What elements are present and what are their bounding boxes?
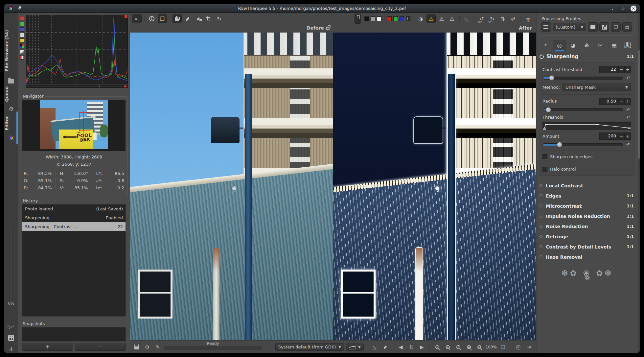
before-image[interactable] <box>130 33 333 340</box>
decrement-button[interactable]: − <box>618 66 625 73</box>
radius-slider[interactable] <box>542 108 623 111</box>
next-image-button[interactable]: ▶ <box>418 343 426 351</box>
tool-contrast-by-detail-levels[interactable]: Contrast by Detail Levels1:1 <box>540 242 634 252</box>
zoom-in-button[interactable]: + <box>444 343 452 351</box>
power-bullet-icon[interactable] <box>540 225 542 228</box>
histogram-bar-toggle[interactable] <box>20 55 24 60</box>
queue-processing-button[interactable]: ⚙ <box>143 343 151 351</box>
navigator-view-rect[interactable] <box>79 112 90 131</box>
history-row[interactable]: Photo loaded(Last Saved) <box>22 204 126 213</box>
zoom-fit-crop-button[interactable]: ▪ <box>465 343 473 351</box>
flip-horizontal-button[interactable]: ⇄ <box>509 14 518 23</box>
clip-warning-button[interactable]: ⚠ <box>448 14 457 23</box>
reset-icon[interactable]: ↶ <box>626 142 631 147</box>
slider-knob[interactable] <box>546 107 551 112</box>
highlight-clip-button[interactable]: ⚠ <box>426 14 436 23</box>
flip-vertical-button[interactable]: ⇅ <box>498 14 507 23</box>
sharpen-only-edges-checkbox[interactable] <box>542 154 547 159</box>
tool-defringe[interactable]: Defringe1:1 <box>540 231 634 242</box>
contrast-threshold-value[interactable]: 22 <box>599 66 618 73</box>
straighten-button[interactable]: ◺ <box>462 14 472 23</box>
tool-edges[interactable]: Edges1:1 <box>540 191 634 201</box>
after-image[interactable] <box>333 33 536 340</box>
tab-advanced[interactable]: ❋ <box>580 40 594 51</box>
prev-image-button[interactable]: ◀ <box>397 343 405 351</box>
power-bullet-icon[interactable] <box>540 194 542 197</box>
color-profile-dropdown[interactable]: System default (from GDK)▼ <box>275 343 344 351</box>
histogram-plot[interactable] <box>26 15 128 84</box>
perspective-tool-button[interactable]: ↻ <box>215 14 224 23</box>
power-bullet-icon[interactable] <box>540 204 542 207</box>
pan-mode-icon[interactable]: ✛ <box>7 345 15 353</box>
tool-noise-reduction[interactable]: Noise Reduction1:1 <box>540 221 634 231</box>
add-profile-icon[interactable]: ▷⁺ <box>7 323 15 331</box>
info-button[interactable]: i <box>147 14 156 23</box>
method-dropdown[interactable]: Unsharp Mask▼ <box>563 83 631 91</box>
close-button[interactable]: ✕ <box>631 6 636 12</box>
profile-dropdown[interactable]: (Custom)▼ <box>553 23 586 31</box>
reset-icon[interactable]: ↶ <box>626 107 631 112</box>
increment-button[interactable]: + <box>625 66 631 73</box>
power-icon[interactable] <box>540 55 544 59</box>
history-row-selected[interactable]: Sharpening - Contrast ...22 <box>22 222 126 231</box>
increment-button[interactable]: + <box>625 98 631 105</box>
amount-slider[interactable] <box>542 143 623 146</box>
histogram-blue-toggle[interactable] <box>20 27 24 32</box>
save-profile-button[interactable] <box>599 22 609 32</box>
navigator-preview[interactable]: THE POOL BAR <box>22 100 126 151</box>
history-row[interactable]: SharpeningEnabled <box>22 213 126 222</box>
hide-left-panel-button[interactable]: ⇤ <box>132 14 142 23</box>
slider-knob[interactable] <box>557 142 562 147</box>
save-button[interactable] <box>132 343 141 351</box>
reset-icon[interactable]: ↶ <box>626 75 631 81</box>
tool-local-contrast[interactable]: Local Contrast <box>540 180 634 191</box>
straighten-select-button[interactable]: ◺ <box>371 343 379 351</box>
rotate-right-button[interactable]: ↻90° <box>488 14 497 23</box>
amount-value[interactable]: 200 <box>599 132 618 140</box>
right-scrollbar[interactable] <box>638 13 640 353</box>
power-bullet-icon[interactable] <box>540 235 542 238</box>
profile-fill-mode-button[interactable] <box>541 22 551 32</box>
maximize-button[interactable]: ◇ <box>620 6 626 12</box>
zoom-out-button[interactable]: − <box>433 343 442 351</box>
tab-raw[interactable]: ▦ <box>607 40 621 51</box>
power-bullet-icon[interactable] <box>540 245 542 248</box>
remove-snapshot-button[interactable]: − <box>75 343 126 351</box>
power-bullet-icon[interactable] <box>540 255 542 258</box>
tool-impulse-noise-reduction[interactable]: Impulse Noise Reduction1:1 <box>540 211 634 221</box>
mixer-icon[interactable] <box>8 335 14 341</box>
slider-knob[interactable] <box>549 75 554 81</box>
contrast-threshold-slider[interactable] <box>542 77 623 80</box>
folder-icon[interactable] <box>8 79 14 83</box>
radius-value[interactable]: 0.50 <box>599 98 618 105</box>
crop-tool-button[interactable] <box>204 14 213 23</box>
curve-preview-dropdown[interactable]: ▼ <box>346 344 364 351</box>
left-scrollbar[interactable] <box>10 228 12 302</box>
white-balance-pick-button[interactable] <box>381 343 390 351</box>
reset-icon[interactable]: ↶ <box>626 115 631 120</box>
decrement-button[interactable]: − <box>618 98 625 105</box>
gear-icon[interactable]: ⚙ <box>4 106 18 112</box>
histogram-chroma-toggle[interactable] <box>20 38 24 43</box>
load-profile-button[interactable] <box>588 22 598 32</box>
snapshots-list[interactable] <box>22 327 126 342</box>
tab-metadata[interactable]: META <box>621 40 634 51</box>
channel-blue-swatch[interactable] <box>400 16 404 21</box>
send-to-editor-button[interactable]: ✎ <box>153 343 162 351</box>
tab-detail[interactable]: ◎ <box>553 40 566 51</box>
halo-control-row[interactable]: Halo control <box>542 166 631 172</box>
histogram-red-toggle[interactable] <box>20 16 24 20</box>
tab-transform[interactable]: ✂ <box>593 40 607 51</box>
bw-preview-button[interactable]: ◑ <box>416 14 425 23</box>
fullscreen-button[interactable]: ◰ <box>514 343 523 351</box>
rotate-left-button[interactable]: ↺90° <box>477 14 486 23</box>
tool-microcontrast[interactable]: Microcontrast1:1 <box>540 201 634 211</box>
tab-editor[interactable]: Editor <box>4 115 18 132</box>
bg-white-swatch[interactable] <box>377 16 381 21</box>
power-bullet-icon[interactable] <box>540 184 542 187</box>
background-color-toggle[interactable]: T <box>355 14 361 24</box>
pipeline-button[interactable]: ┳ <box>523 14 533 23</box>
histogram-mode-toggle[interactable] <box>20 50 24 54</box>
increment-button[interactable]: + <box>625 132 631 140</box>
threshold-curve[interactable] <box>542 122 631 130</box>
